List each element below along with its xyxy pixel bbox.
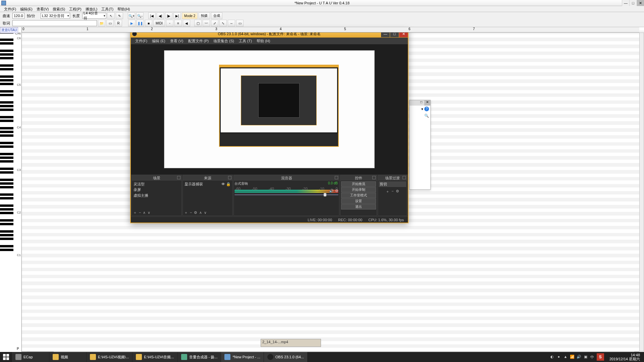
up-icon[interactable]: ∧: [143, 210, 146, 215]
up-icon[interactable]: ∧: [199, 210, 202, 215]
lyric-input[interactable]: [12, 20, 97, 26]
tray-icon[interactable]: ▣: [583, 355, 588, 359]
synth-button[interactable]: 合成: [211, 12, 222, 19]
mode2-button[interactable]: Mode 2: [182, 12, 198, 19]
gear-icon[interactable]: ⚙: [396, 189, 399, 194]
env-c-icon[interactable]: ⤢: [211, 20, 218, 26]
utau-min-btn[interactable]: —: [622, 0, 629, 6]
start-stream-button[interactable]: 开始推流: [341, 181, 376, 187]
settings-button[interactable]: 设置: [341, 198, 376, 204]
taskbar-item[interactable]: 视频: [49, 352, 86, 362]
midi-a-icon[interactable]: ◦: [166, 20, 173, 26]
piano-ruler[interactable]: 0 1 2 3 4 5 6 7: [22, 27, 639, 33]
tool-a-icon[interactable]: ▭: [106, 20, 114, 26]
remove-icon[interactable]: −: [139, 210, 141, 215]
tempo-input[interactable]: 120.0: [12, 13, 24, 19]
gear-icon[interactable]: ⚙: [194, 210, 197, 215]
taskbar-item[interactable]: ECap: [12, 352, 49, 362]
zoom-in-icon[interactable]: 🔍+: [128, 12, 135, 19]
scene-item[interactable]: 录屏: [132, 187, 181, 193]
side-close-icon[interactable]: ✕: [424, 100, 430, 106]
side-box-icon[interactable]: □: [418, 100, 424, 106]
mixer-fader[interactable]: [234, 194, 338, 195]
midi-b-icon[interactable]: ≡: [174, 20, 182, 26]
tray-icon[interactable]: ◐: [550, 355, 554, 359]
taskbar-item[interactable]: E:\HS-UZH\视频\...: [87, 352, 132, 362]
voicebank-name[interactable]: 灵音UTAU: [0, 27, 18, 33]
menu-view[interactable]: 查看(V): [35, 6, 51, 12]
taskbar-item[interactable]: *New Project - ...: [221, 352, 264, 362]
popout-icon[interactable]: [228, 176, 231, 179]
r-button[interactable]: R: [115, 20, 122, 26]
obs-menu-help[interactable]: 帮助 (H): [254, 38, 272, 44]
step-fwd-icon[interactable]: |▶: [165, 12, 172, 19]
pencil-tool-icon[interactable]: ✎: [116, 12, 123, 19]
menu-help[interactable]: 帮助(H): [115, 6, 132, 12]
render-button[interactable]: 拍摄: [199, 12, 210, 19]
studio-mode-button[interactable]: 工作室模式: [341, 193, 376, 198]
obs-menu-view[interactable]: 查看 (V): [168, 38, 186, 44]
side-panel[interactable]: □ ✕ ▾ ? 🔍: [409, 100, 431, 190]
tray-icon[interactable]: ▲: [563, 355, 568, 359]
source-item[interactable]: 显示器捕获 👁 🔒: [183, 181, 232, 187]
lock-icon[interactable]: 🔒: [226, 182, 231, 186]
side-expand-icon[interactable]: ▾: [421, 107, 423, 111]
taskbar[interactable]: ECap 视频 E:\HS-UZH\视频\... E:\HS-UZH\音频...…: [0, 352, 644, 362]
speaker-icon[interactable]: 🔊: [329, 189, 334, 193]
quantize-select[interactable]: L32 32分音符: [41, 13, 70, 19]
vertical-scrollbar[interactable]: [639, 33, 644, 351]
env-f-icon[interactable]: ▭: [236, 20, 244, 26]
scene-item[interactable]: 虚拟主播: [132, 193, 181, 198]
scene-item[interactable]: 灵活型: [132, 181, 181, 187]
tray-icon[interactable]: 🔊: [577, 355, 581, 359]
taskbar-thumbnail[interactable]: 2_14_14-...mp4: [261, 339, 321, 347]
remove-icon[interactable]: −: [190, 210, 192, 215]
skip-start-icon[interactable]: |◀: [148, 12, 156, 19]
menu-tools[interactable]: 工具(T): [99, 6, 115, 12]
add-icon[interactable]: ＋: [386, 189, 389, 194]
add-icon[interactable]: ＋: [184, 210, 188, 215]
play-icon[interactable]: ▶: [128, 20, 136, 26]
env-d-icon[interactable]: ⤡: [219, 20, 227, 26]
pause-icon[interactable]: ❚❚: [137, 20, 144, 26]
popout-icon[interactable]: [335, 176, 338, 179]
skip-end-icon[interactable]: ▶|: [173, 12, 181, 19]
obs-menu-tools[interactable]: 工具 (T): [236, 38, 254, 44]
obs-menu-file[interactable]: 文件(F): [133, 38, 150, 44]
tray-icon[interactable]: ●: [556, 355, 561, 359]
taskbar-clock[interactable]: 14:48 2019/12/14 星期六: [607, 353, 642, 361]
piano-keyboard[interactable]: C#6 C6 C5 C4 C3 C2 C1: [0, 27, 22, 355]
remove-icon[interactable]: −: [391, 189, 393, 194]
help-icon[interactable]: ?: [424, 107, 429, 111]
obs-window[interactable]: OBS 23.1.0 (64-bit, windows) - 配置文件: 未命名…: [130, 29, 409, 223]
start-button[interactable]: [0, 352, 12, 362]
popout-icon[interactable]: [372, 176, 376, 179]
env-a-icon[interactable]: ▢: [194, 20, 202, 26]
obs-menu-profile[interactable]: 配置文件 (P): [186, 38, 211, 44]
menu-project[interactable]: 工程(P): [67, 6, 84, 12]
taskbar-item[interactable]: 音量合成器 - 扬...: [178, 352, 221, 362]
ime-sogou-icon[interactable]: S: [597, 353, 604, 361]
utau-close-btn[interactable]: ✕: [637, 0, 644, 6]
gear-icon[interactable]: ⚙: [335, 189, 338, 193]
stop-icon[interactable]: ■: [145, 20, 152, 26]
utau-max-btn[interactable]: □: [629, 0, 637, 6]
eye-icon[interactable]: 👁: [221, 182, 225, 186]
tray-icon[interactable]: 📶: [570, 355, 575, 359]
ime-indicator[interactable]: 中: [590, 355, 595, 359]
zoom-out-icon[interactable]: 🔍-: [136, 12, 144, 19]
midi-c-icon[interactable]: ◀: [183, 20, 190, 26]
exit-button[interactable]: 退出: [341, 204, 376, 209]
fader-thumb[interactable]: [324, 193, 326, 196]
popout-icon[interactable]: [177, 176, 180, 179]
length-select[interactable]: L4 4分音符: [82, 13, 106, 19]
step-back-icon[interactable]: ◀|: [157, 12, 164, 19]
down-icon[interactable]: ∨: [204, 210, 207, 215]
cursor-tool-icon[interactable]: ↖: [107, 12, 115, 19]
add-icon[interactable]: ＋: [133, 210, 137, 215]
obs-menu-edit[interactable]: 编辑 (E): [150, 38, 168, 44]
taskbar-item[interactable]: E:\HS-UZH\音频...: [132, 352, 177, 362]
start-record-button[interactable]: 开始录制: [341, 187, 376, 192]
down-icon[interactable]: ∨: [148, 210, 150, 215]
menu-file[interactable]: 文件(F): [2, 6, 18, 12]
